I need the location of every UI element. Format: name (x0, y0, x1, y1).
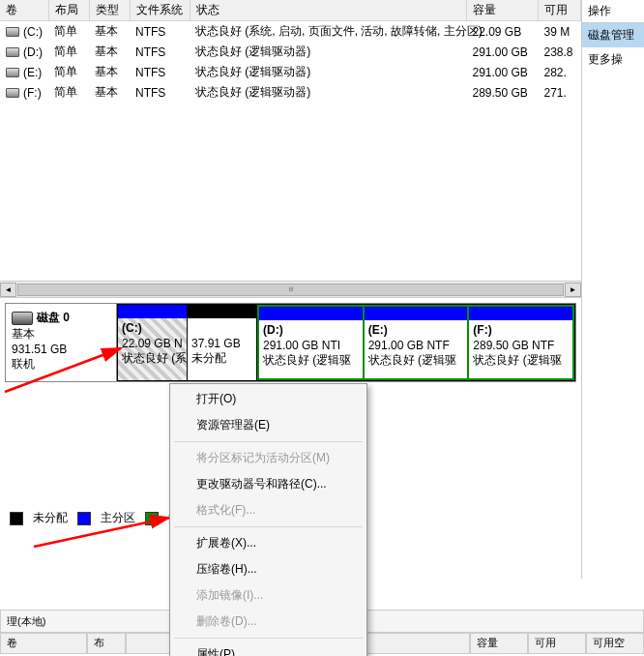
menu-shrink-volume[interactable]: 压缩卷(H)... (172, 556, 365, 582)
partition-d[interactable]: (D:)291.00 GB NTI状态良好 (逻辑驱 (259, 307, 365, 378)
menu-add-mirror: 添加镜像(I)... (172, 582, 365, 609)
sec-col-free2[interactable]: 可用空 (586, 633, 644, 654)
action-more[interactable]: 更多操 (582, 47, 644, 72)
legend-swatch-primary (77, 512, 91, 525)
menu-extend-volume[interactable]: 扩展卷(X)... (172, 530, 365, 556)
sec-col-free[interactable]: 可用 (528, 633, 586, 654)
partition-e[interactable]: (E:)291.00 GB NTF状态良好 (逻辑驱 (365, 307, 470, 378)
extended-partition-group: (D:)291.00 GB NTI状态良好 (逻辑驱 (E:)291.00 GB… (257, 305, 574, 380)
secondary-label: 理(本地) (7, 614, 45, 629)
sec-col-cap[interactable]: 容量 (470, 633, 528, 654)
legend-swatch-unallocated (10, 512, 23, 525)
sec-col-layout[interactable]: 布 (87, 633, 126, 654)
action-disk-management[interactable]: 磁盘管理 (582, 23, 644, 47)
menu-delete-volume: 删除卷(D)... (172, 609, 365, 635)
volume-row[interactable]: (C:)简单基本NTFS状态良好 (系统, 启动, 页面文件, 活动, 故障转储… (0, 21, 581, 43)
disk-status: 联机 (12, 356, 110, 373)
col-free[interactable]: 可用 (539, 0, 581, 21)
col-status[interactable]: 状态 (190, 0, 467, 21)
scroll-thumb[interactable] (17, 283, 564, 296)
horizontal-scrollbar[interactable]: ◄ ► (0, 281, 581, 297)
scroll-right-button[interactable]: ► (565, 283, 581, 297)
partition-c[interactable]: (C:)22.09 GB N状态良好 (系 (118, 305, 188, 380)
volume-row[interactable]: (E:)简单基本NTFS状态良好 (逻辑驱动器)291.00 GB282. (0, 62, 581, 82)
drive-icon (6, 68, 19, 77)
col-fs[interactable]: 文件系统 (130, 0, 190, 21)
disk-icon (12, 312, 33, 325)
column-headers: 卷 布局 类型 文件系统 状态 容量 可用 (0, 0, 581, 21)
volume-row[interactable]: (D:)简单基本NTFS状态良好 (逻辑驱动器)291.00 GB238.8 (0, 42, 581, 62)
partition-f[interactable]: (F:)289.50 GB NTF状态良好 (逻辑驱 (469, 307, 572, 378)
menu-change-drive-letter[interactable]: 更改驱动器号和路径(C)... (172, 471, 365, 497)
actions-header: 操作 (582, 0, 644, 23)
col-capacity[interactable]: 容量 (467, 0, 539, 21)
col-layout[interactable]: 布局 (48, 0, 89, 21)
volume-list: 卷 布局 类型 文件系统 状态 容量 可用 (C:)简单基本NTFS状态良好 (… (0, 0, 581, 298)
disk-type: 基本 (12, 326, 110, 343)
volume-row[interactable]: (F:)简单基本NTFS状态良好 (逻辑驱动器)289.50 GB271. (0, 82, 581, 103)
disk-info[interactable]: 磁盘 0 基本 931.51 GB 联机 (6, 304, 117, 381)
disk-title: 磁盘 0 (37, 311, 70, 324)
legend-swatch-extended (145, 512, 159, 525)
sec-col-vol[interactable]: 卷 (0, 633, 87, 654)
menu-format: 格式化(F)... (172, 497, 365, 523)
drive-icon (6, 27, 19, 37)
partition-unallocated[interactable]: 37.91 GB未分配 (188, 305, 257, 380)
actions-panel: 操作 磁盘管理 更多操 (582, 0, 644, 579)
col-volume[interactable]: 卷 (0, 0, 48, 21)
scroll-left-button[interactable]: ◄ (0, 283, 16, 297)
col-type[interactable]: 类型 (89, 0, 130, 21)
drive-icon (6, 88, 19, 98)
drive-icon (6, 47, 19, 57)
disk-size: 931.51 GB (12, 343, 110, 356)
menu-open[interactable]: 打开(O) (172, 386, 365, 412)
menu-properties[interactable]: 属性(P) (172, 641, 365, 656)
menu-explorer[interactable]: 资源管理器(E) (172, 412, 365, 438)
menu-mark-active: 将分区标记为活动分区(M) (172, 445, 365, 471)
context-menu: 打开(O) 资源管理器(E) 将分区标记为活动分区(M) 更改驱动器号和路径(C… (169, 383, 367, 656)
